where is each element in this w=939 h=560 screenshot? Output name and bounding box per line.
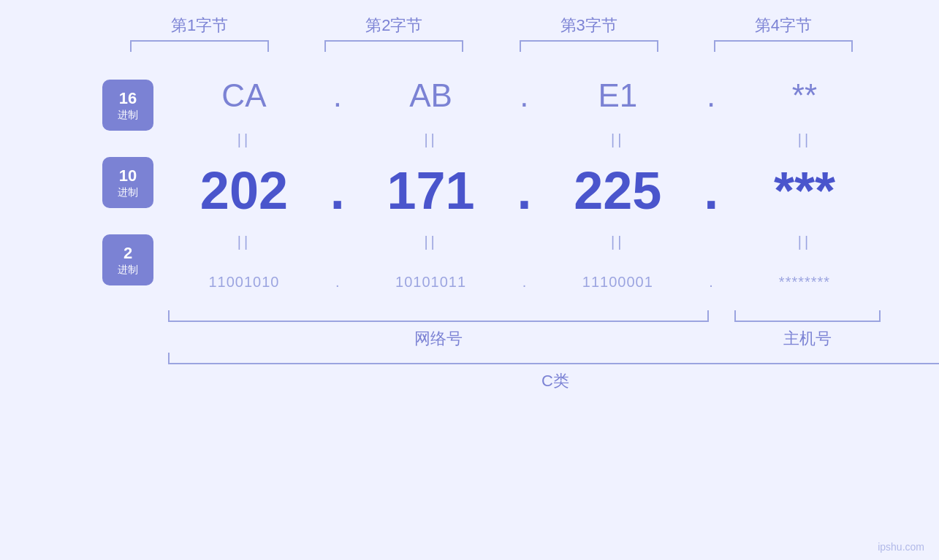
hex-row: CA . AB . E1 . ** xyxy=(168,66,881,125)
bracket-byte3 xyxy=(520,40,658,52)
eq2-b1: || xyxy=(175,234,313,250)
watermark: ipshu.com xyxy=(878,541,924,553)
eq2-b4: || xyxy=(735,234,874,250)
class-section: C类 xyxy=(102,353,881,392)
bin-byte1: 11001010 xyxy=(175,274,313,291)
hex-byte1: CA xyxy=(175,77,313,114)
bin-dot3: . xyxy=(700,274,722,291)
eq1-b3: || xyxy=(548,131,687,148)
hex-byte4: ** xyxy=(735,77,874,114)
dec-byte2: 171 xyxy=(362,161,501,220)
host-label: 主机号 xyxy=(783,328,832,350)
eq1-b2: || xyxy=(362,131,501,148)
hex-dot1: . xyxy=(327,77,349,114)
bin-byte2: 10101011 xyxy=(362,274,501,291)
equals-row2: || || || || xyxy=(168,227,881,256)
data-grid: CA . AB . E1 . ** || || || || 202 xyxy=(168,66,881,307)
top-brackets xyxy=(102,40,881,52)
bracket-byte2 xyxy=(324,40,463,52)
eq2-b3: || xyxy=(548,234,687,250)
bracket-byte1 xyxy=(130,40,269,52)
byte1-header: 第1字节 xyxy=(126,15,273,37)
bin-dot2: . xyxy=(513,274,535,291)
spacer xyxy=(709,310,734,350)
dec-label: 10 进制 xyxy=(102,157,153,208)
eq1-b4: || xyxy=(735,131,874,148)
bin-row: 11001010 . 10101011 . 11100001 . *******… xyxy=(168,256,881,307)
class-label: C类 xyxy=(168,370,939,392)
hex-byte3: E1 xyxy=(548,77,687,114)
byte3-header: 第3字节 xyxy=(516,15,662,37)
equals-row1: || || || || xyxy=(168,125,881,154)
network-section: 网络号 xyxy=(168,310,709,350)
byte4-header: 第4字节 xyxy=(710,15,856,37)
hex-byte2: AB xyxy=(362,77,501,114)
eq1-b1: || xyxy=(175,131,313,148)
network-bracket xyxy=(168,310,709,322)
bin-dot1: . xyxy=(327,274,349,291)
bin-byte4: ******** xyxy=(735,274,874,291)
hex-dot2: . xyxy=(513,77,535,114)
hex-dot3: . xyxy=(700,77,722,114)
bracket-byte4 xyxy=(714,40,853,52)
dec-row: 202 . 171 . 225 . *** xyxy=(168,154,881,227)
hex-label: 16 进制 xyxy=(102,80,153,131)
class-bracket xyxy=(168,353,939,364)
byte2-header: 第2字节 xyxy=(321,15,467,37)
main-container: 第1字节 第2字节 第3字节 第4字节 16 进制 10 进制 2 进制 xyxy=(0,0,939,560)
eq2-b2: || xyxy=(362,234,501,250)
dec-dot3: . xyxy=(700,161,722,220)
bin-byte3: 11100001 xyxy=(548,274,687,291)
dec-dot1: . xyxy=(327,161,349,220)
dec-byte3: 225 xyxy=(548,161,687,220)
dec-byte4: *** xyxy=(735,161,874,220)
bin-label: 2 进制 xyxy=(102,234,153,285)
host-bracket xyxy=(734,310,881,322)
bottom-bracket-row: 网络号 主机号 xyxy=(102,310,881,350)
labels-and-grid: 16 进制 10 进制 2 进制 CA . AB . E1 . ** xyxy=(102,66,881,307)
dec-byte1: 202 xyxy=(175,161,313,220)
network-label: 网络号 xyxy=(414,328,463,350)
host-section: 主机号 xyxy=(734,310,881,350)
dec-dot2: . xyxy=(513,161,535,220)
byte-headers: 第1字节 第2字节 第3字节 第4字节 xyxy=(102,15,881,37)
row-labels: 16 进制 10 进制 2 进制 xyxy=(102,66,153,299)
